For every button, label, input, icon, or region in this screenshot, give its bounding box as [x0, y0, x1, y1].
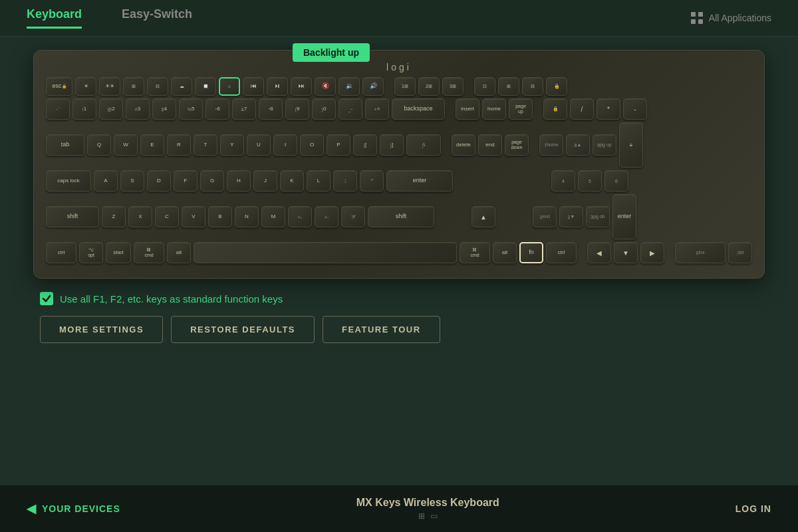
key-tab[interactable]: tab	[46, 134, 84, 156]
key-equals[interactable]: +=	[365, 98, 389, 120]
key-f1[interactable]: ☀	[75, 77, 96, 96]
key-q[interactable]: Q	[87, 134, 111, 156]
key-shift-left[interactable]: shift	[46, 206, 99, 227]
key-backspace[interactable]: backspace	[392, 98, 445, 120]
key-a[interactable]: A	[94, 170, 118, 192]
key-m[interactable]: M	[261, 206, 285, 227]
key-k[interactable]: K	[280, 170, 304, 192]
key-slash[interactable]: ?/	[341, 206, 365, 227]
log-in-button[interactable]: LOG IN	[735, 503, 771, 514]
key-f7[interactable]: ☼	[219, 77, 240, 96]
key-f[interactable]: F	[174, 170, 198, 192]
key-backslash[interactable]: |\	[406, 134, 441, 156]
key-r[interactable]: R	[167, 134, 191, 156]
key-home[interactable]: home	[482, 98, 506, 120]
key-b[interactable]: B	[208, 206, 232, 227]
key-z[interactable]: Z	[102, 206, 126, 227]
key-np9[interactable]: 9pg up	[593, 134, 616, 156]
key-o[interactable]: O	[300, 134, 324, 156]
key-np-star[interactable]: *	[597, 98, 620, 120]
key-np0[interactable]: 0ins	[675, 242, 726, 263]
key-np7[interactable]: 7home	[539, 134, 563, 156]
key-np4[interactable]: 4	[551, 170, 575, 192]
key-5[interactable]: %5	[179, 98, 203, 120]
tab-easyswitch[interactable]: Easy-Switch	[122, 7, 192, 29]
key-np1[interactable]: 1end	[533, 206, 557, 227]
key-rbracket[interactable]: }]	[380, 134, 404, 156]
key-9[interactable]: (9	[285, 98, 309, 120]
key-f11[interactable]: 🔇	[315, 77, 336, 96]
key-6[interactable]: ^6	[205, 98, 229, 120]
key-np-plus[interactable]: +	[619, 122, 643, 168]
key-3[interactable]: #3	[126, 98, 150, 120]
key-arrow-down[interactable]: ▼	[614, 242, 638, 263]
key-cmd-left[interactable]: ⌘cmd	[134, 242, 164, 263]
key-ctrl-right[interactable]: ctrl	[546, 242, 577, 263]
feature-tour-button[interactable]: FEATURE TOUR	[323, 316, 440, 343]
key-c[interactable]: C	[155, 206, 179, 227]
function-keys-checkbox[interactable]	[40, 292, 53, 305]
key-numlock[interactable]: 🔒	[543, 98, 567, 120]
key-i[interactable]: I	[273, 134, 297, 156]
key-0[interactable]: )0	[312, 98, 336, 120]
key-quote[interactable]: "'	[360, 170, 384, 192]
key-f3[interactable]: ⊞	[123, 77, 144, 96]
key-insert[interactable]: insert	[456, 98, 479, 120]
key-2[interactable]: @2	[99, 98, 123, 120]
key-np-dot[interactable]: .del	[728, 242, 752, 263]
key-d[interactable]: D	[147, 170, 171, 192]
key-esc[interactable]: esc🔒	[46, 77, 72, 96]
key-app3[interactable]: 3⊞	[442, 77, 464, 96]
key-delete[interactable]: delete	[452, 134, 475, 156]
key-lock[interactable]: 🔒	[546, 77, 567, 96]
key-f10[interactable]: ⏭	[291, 77, 312, 96]
key-scrlock[interactable]: ⊞	[498, 77, 519, 96]
key-f6[interactable]: 🔲	[195, 77, 216, 96]
key-8[interactable]: *8	[259, 98, 283, 120]
key-pause[interactable]: ⊟	[522, 77, 543, 96]
key-np2[interactable]: 2▼	[559, 206, 583, 227]
more-settings-button[interactable]: MORE SETTINGS	[40, 316, 163, 343]
key-np8[interactable]: 8▲	[566, 134, 590, 156]
key-capslock[interactable]: caps lock	[46, 170, 91, 192]
key-f9[interactable]: ⏯	[267, 77, 288, 96]
key-p[interactable]: P	[327, 134, 350, 156]
key-np6[interactable]: 6	[604, 170, 628, 192]
key-n[interactable]: N	[235, 206, 259, 227]
key-y[interactable]: Y	[220, 134, 244, 156]
key-pageup[interactable]: pageup	[509, 98, 533, 120]
restore-defaults-button[interactable]: RESTORE DEFAULTS	[171, 316, 315, 343]
key-f2[interactable]: ☀☀	[99, 77, 120, 96]
key-fn[interactable]: fn	[519, 242, 543, 263]
key-t[interactable]: T	[194, 134, 217, 156]
key-period[interactable]: >.	[315, 206, 338, 227]
all-applications-button[interactable]: All Applications	[690, 11, 771, 25]
key-arrow-up[interactable]: ▲	[471, 206, 495, 227]
key-opt-left[interactable]: ⌥opt	[79, 242, 103, 263]
key-e[interactable]: E	[140, 134, 164, 156]
key-v[interactable]: V	[182, 206, 205, 227]
key-j[interactable]: J	[253, 170, 277, 192]
tab-keyboard[interactable]: Keyboard	[27, 7, 82, 29]
key-start[interactable]: start	[106, 242, 131, 263]
key-np3[interactable]: 3pg dn	[586, 206, 610, 227]
key-1[interactable]: !1	[72, 98, 96, 120]
key-alt-right[interactable]: alt	[493, 242, 517, 263]
key-7[interactable]: &7	[232, 98, 256, 120]
key-pagedown[interactable]: pagedown	[505, 134, 529, 156]
key-semicolon[interactable]: :;	[333, 170, 357, 192]
key-app1[interactable]: 1⊞	[394, 77, 416, 96]
key-s[interactable]: S	[120, 170, 144, 192]
key-arrow-left[interactable]: ◀	[587, 242, 611, 263]
key-u[interactable]: U	[247, 134, 271, 156]
key-spacebar[interactable]	[194, 242, 457, 263]
key-arrow-right[interactable]: ▶	[640, 242, 664, 263]
key-end[interactable]: end	[478, 134, 502, 156]
key-cmd-right[interactable]: ⌘cmd	[460, 242, 490, 263]
key-np-slash[interactable]: /	[570, 98, 594, 120]
key-h[interactable]: H	[227, 170, 251, 192]
key-w[interactable]: W	[114, 134, 138, 156]
key-f12[interactable]: 🔉	[338, 77, 360, 96]
key-np-minus[interactable]: -	[623, 98, 647, 120]
key-f8[interactable]: ⏮	[243, 77, 264, 96]
